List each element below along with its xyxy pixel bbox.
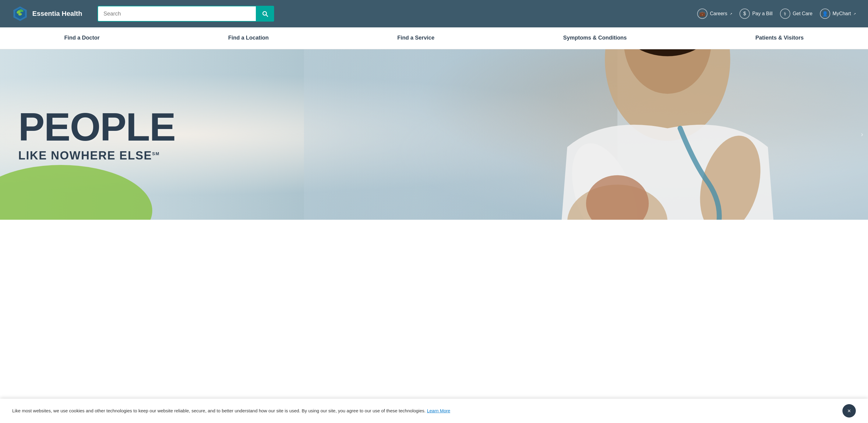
hero-headline: PEOPLE xyxy=(18,107,175,147)
header-nav-links: 💼 Careers ↗ $ Pay a Bill ⚕ Get Care 👤 My… xyxy=(697,8,856,19)
external-icon: ↗ xyxy=(730,12,732,15)
logo-text: Essentia Health xyxy=(32,10,82,18)
dollar-icon: $ xyxy=(740,8,750,19)
search-icon xyxy=(261,10,269,18)
pay-bill-label: Pay a Bill xyxy=(752,11,773,17)
briefcase-icon: 💼 xyxy=(697,8,708,19)
search-button[interactable] xyxy=(256,6,274,22)
person-circle-icon: 👤 xyxy=(820,8,830,19)
external-icon-mychart: ↗ xyxy=(854,12,856,15)
get-care-link[interactable]: ⚕ Get Care xyxy=(780,8,812,19)
search-input[interactable] xyxy=(97,6,256,22)
mychart-label: MyChart xyxy=(833,11,851,17)
pay-bill-link[interactable]: $ Pay a Bill xyxy=(740,8,773,19)
nav-find-location[interactable]: Find a Location xyxy=(222,27,275,49)
get-care-label: Get Care xyxy=(793,11,812,17)
nav-find-service[interactable]: Find a Service xyxy=(391,27,441,49)
hero-illustration xyxy=(304,49,868,220)
logo-link[interactable]: Essentia Health xyxy=(12,6,82,22)
careers-link[interactable]: 💼 Careers ↗ xyxy=(697,8,732,19)
nav-symptoms-conditions[interactable]: Symptoms & Conditions xyxy=(557,27,633,49)
hero-tagline: LIKE NOWHERE ELSESM xyxy=(18,149,175,162)
main-nav: Find a Doctor Find a Location Find a Ser… xyxy=(0,27,868,49)
site-header: Essentia Health 💼 Careers ↗ $ Pay a Bill… xyxy=(0,0,868,27)
mychart-link[interactable]: 👤 MyChart ↗ xyxy=(820,8,856,19)
hero-text-block: PEOPLE LIKE NOWHERE ELSESM xyxy=(18,107,175,162)
hero-section: PEOPLE LIKE NOWHERE ELSESM › xyxy=(0,49,868,220)
logo-icon xyxy=(12,6,28,22)
caduceus-icon: ⚕ xyxy=(780,8,790,19)
search-form xyxy=(97,6,274,22)
careers-label: Careers xyxy=(710,11,727,17)
nav-patients-visitors[interactable]: Patients & Visitors xyxy=(749,27,810,49)
hero-doctor-image xyxy=(304,49,868,220)
hero-scroll-arrow[interactable]: › xyxy=(861,131,863,138)
nav-find-doctor[interactable]: Find a Doctor xyxy=(58,27,106,49)
